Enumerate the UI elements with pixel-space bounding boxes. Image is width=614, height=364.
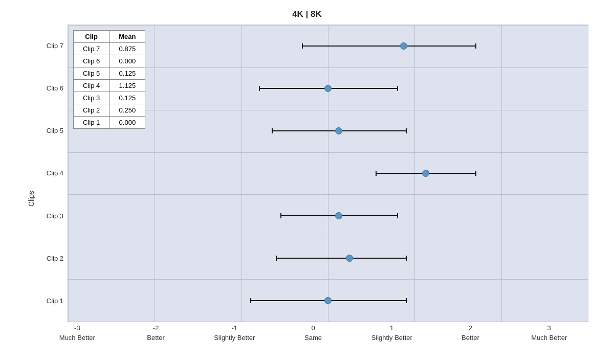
table-cell: Clip 1: [74, 117, 109, 129]
error-cap-left: [302, 43, 303, 49]
error-cap-left: [280, 213, 281, 218]
table-row: Clip 70.875: [74, 43, 145, 55]
x-tick-label: -1: [195, 324, 274, 332]
error-cap-left: [272, 128, 273, 133]
x-category-label: Slightly Better: [195, 334, 274, 342]
table-row: Clip 30.125: [74, 92, 145, 104]
error-cap-left: [259, 86, 260, 91]
error-cap-left: [250, 298, 251, 303]
error-cap-left: [376, 171, 377, 176]
x-tick-label: -2: [117, 324, 195, 332]
error-cap-left: [276, 256, 277, 261]
error-cap-right: [406, 128, 407, 133]
x-category-label: Same: [274, 334, 353, 342]
y-tick-label: Clip 5: [38, 109, 68, 152]
table-header-cell: Clip: [74, 31, 109, 43]
plot-inner: ClipMeanClip 70.875Clip 60.000Clip 50.12…: [68, 25, 588, 322]
y-tick-labels: Clip 7Clip 6Clip 5Clip 4Clip 3Clip 2Clip…: [38, 25, 68, 322]
error-cap-right: [475, 171, 476, 176]
error-cap-right: [397, 213, 398, 218]
grid-line-v: [68, 25, 69, 322]
error-cap-right: [397, 86, 398, 91]
x-tick-label: -3: [38, 324, 117, 332]
table-cell: 0.000: [109, 55, 145, 67]
y-tick-label: Clip 4: [38, 152, 68, 194]
x-axis: -3-2-10123 Much BetterBetterSlightly Bet…: [38, 322, 588, 342]
table-row: Clip 50.125: [74, 67, 145, 80]
table-row: Clip 10.000: [74, 117, 145, 129]
data-dot: [400, 42, 407, 50]
chart-container: 4K | 8K Clips Clip 7Clip 6Clip 5Clip 4Cl…: [0, 0, 614, 364]
table-cell: 1.125: [109, 80, 145, 92]
error-cap-right: [406, 298, 407, 303]
table-cell: Clip 4: [74, 80, 109, 92]
x-category-label: Slightly Better: [353, 334, 431, 342]
grid-line-v: [588, 25, 588, 322]
x-category-label: Better: [431, 334, 510, 342]
table-cell: Clip 7: [74, 43, 109, 55]
x-tick-label: 0: [274, 324, 353, 332]
data-dot: [346, 255, 353, 262]
grid-line-v: [501, 25, 502, 322]
y-tick-label: Clip 7: [38, 25, 68, 67]
error-bar: [302, 46, 475, 47]
x-tick-label: 3: [510, 324, 588, 332]
y-tick-label: Clip 2: [38, 237, 68, 280]
x-category-label: Better: [117, 334, 195, 342]
table-cell: 0.000: [109, 117, 145, 129]
error-cap-right: [406, 256, 407, 261]
error-cap-right: [475, 43, 476, 49]
plot-and-x: Clip 7Clip 6Clip 5Clip 4Clip 3Clip 2Clip…: [38, 25, 588, 342]
table-header-cell: Mean: [109, 31, 145, 43]
y-tick-label: Clip 6: [38, 67, 68, 109]
table-row: Clip 41.125: [74, 80, 145, 92]
data-dot: [324, 85, 332, 92]
x-category-label: Much Better: [510, 334, 588, 342]
data-dot: [324, 297, 332, 304]
table-cell: 0.125: [109, 67, 145, 80]
y-tick-label: Clip 1: [38, 280, 68, 322]
data-table: ClipMeanClip 70.875Clip 60.000Clip 50.12…: [73, 30, 145, 129]
data-dot: [335, 212, 342, 219]
error-bar: [276, 258, 406, 259]
y-axis-label: Clips: [26, 25, 37, 342]
grid-line-v: [155, 25, 155, 322]
table-cell: Clip 3: [74, 92, 109, 104]
x-category-labels: Much BetterBetterSlightly BetterSameSlig…: [38, 334, 588, 342]
table-row: Clip 20.250: [74, 104, 145, 117]
table-cell: 0.875: [109, 43, 145, 55]
table-cell: 0.250: [109, 104, 145, 117]
x-category-label: Much Better: [38, 334, 117, 342]
grid-line-v: [328, 25, 328, 322]
x-tick-label: 1: [353, 324, 431, 332]
table-cell: 0.125: [109, 92, 145, 104]
x-tick-labels: -3-2-10123: [38, 324, 588, 332]
table-cell: Clip 5: [74, 67, 109, 80]
x-tick-label: 2: [431, 324, 510, 332]
table-cell: Clip 6: [74, 55, 109, 67]
plot-wrapper: Clip 7Clip 6Clip 5Clip 4Clip 3Clip 2Clip…: [38, 25, 588, 322]
table-cell: Clip 2: [74, 104, 109, 117]
data-dot: [422, 170, 429, 177]
table-row: Clip 60.000: [74, 55, 145, 67]
data-dot: [335, 127, 342, 134]
chart-area: Clips Clip 7Clip 6Clip 5Clip 4Clip 3Clip…: [26, 25, 588, 342]
grid-line-v: [242, 25, 242, 322]
chart-title: 4K | 8K: [292, 9, 322, 19]
y-tick-label: Clip 3: [38, 195, 68, 237]
grid-line-h: [68, 322, 588, 322]
